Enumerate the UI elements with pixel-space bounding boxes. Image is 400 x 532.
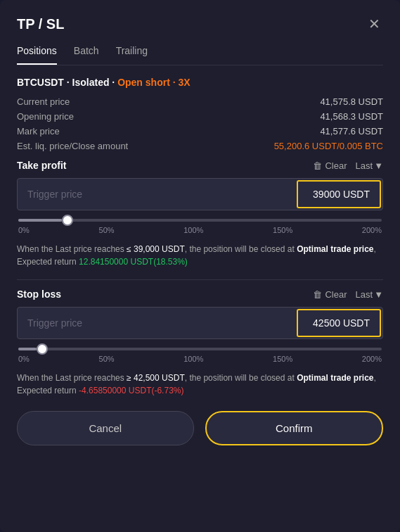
stop-loss-value[interactable]: 42500 USDT [297,309,381,337]
position-info: BTCUSDT · Isolated · Open short · 3X [17,77,383,88]
tp-condition: ≤ 39,000 USDT [127,244,185,254]
current-price-row: Current price 41,575.8 USDT [17,96,383,107]
opening-price-label: Opening price [17,111,74,122]
current-price-value: 41,575.8 USDT [320,96,383,107]
tp-return: 12.84150000 USDT(18.53%) [79,257,188,267]
stop-loss-last-label: Last [356,289,373,300]
take-profit-last-label: Last [356,160,373,171]
slider-label-100: 100% [183,226,203,234]
stop-loss-actions: 🗑 Clear Last ▼ [313,289,383,300]
chevron-down-icon: ▼ [374,160,383,171]
take-profit-slider[interactable]: 0% 50% 100% 150% 200% [17,219,383,234]
slider-label-0: 0% [18,226,30,234]
stop-loss-clear-button[interactable]: 🗑 Clear [313,289,347,300]
take-profit-value[interactable]: 39000 USDT [297,180,381,208]
stop-loss-clear-label: Clear [325,289,347,300]
mark-price-value: 41,577.6 USDT [320,126,383,137]
mark-price-label: Mark price [17,126,60,137]
opening-price-value: 41,568.3 USDT [320,111,383,122]
liq-price-value: 55,200.6 USDT/0.005 BTC [274,141,383,151]
position-leverage: 3X [178,77,190,88]
slider-label-150: 150% [273,226,292,234]
liq-price-label: Est. liq. price/Close amount [17,141,128,151]
take-profit-track [18,219,382,222]
tab-trailing[interactable]: Trailing [116,45,148,65]
tab-bar: Positions Batch Trailing [17,45,383,65]
sl-slider-label-0: 0% [18,355,30,363]
section-divider [17,279,383,280]
take-profit-input-row: Trigger price 39000 USDT [17,178,383,210]
slider-label-50: 50% [99,226,115,234]
stop-loss-slider-labels: 0% 50% 100% 150% 200% [18,355,382,363]
tp-trade-type: Optimal trade price [297,244,373,254]
take-profit-actions: 🗑 Clear Last ▼ [313,160,383,171]
slider-label-200: 200% [362,226,382,234]
take-profit-title: Take profit [17,160,67,171]
take-profit-clear-label: Clear [325,160,347,171]
sl-slider-label-150: 150% [273,355,292,363]
take-profit-slider-labels: 0% 50% 100% 150% 200% [18,226,382,234]
cancel-button[interactable]: Cancel [17,411,194,445]
take-profit-clear-button[interactable]: 🗑 Clear [313,160,347,171]
price-rows: Current price 41,575.8 USDT Opening pric… [17,96,383,151]
stop-loss-title: Stop loss [17,289,61,300]
sl-return: -4.65850000 USDT(-6.73%) [79,386,183,395]
stop-loss-track [18,348,382,350]
stop-loss-input-row: Trigger price 42500 USDT [17,307,383,339]
sl-slider-label-100: 100% [183,355,203,363]
position-symbol: BTCUSDT · [17,77,72,88]
sl-slider-label-50: 50% [99,355,115,363]
position-title: BTCUSDT · Isolated · Open short · 3X [17,77,383,88]
stop-loss-slider[interactable]: 0% 50% 100% 150% 200% [17,348,383,363]
stop-loss-thumb[interactable] [37,343,48,355]
stop-loss-fill [18,348,37,350]
take-profit-info: When the Last price reaches ≤ 39,000 USD… [17,243,383,268]
tpsl-modal: TP / SL ✕ Positions Batch Trailing BTCUS… [0,0,400,532]
take-profit-header: Take profit 🗑 Clear Last ▼ [17,160,383,171]
current-price-label: Current price [17,96,70,107]
liq-price-row: Est. liq. price/Close amount 55,200.6 US… [17,141,383,151]
tab-batch[interactable]: Batch [74,45,99,65]
take-profit-last-button[interactable]: Last ▼ [356,160,383,171]
take-profit-thumb[interactable] [62,215,73,226]
trash-icon-sl: 🗑 [313,289,322,300]
take-profit-fill [18,219,62,222]
stop-loss-last-button[interactable]: Last ▼ [356,289,383,300]
position-direction: Open short · [117,77,178,88]
stop-loss-info: When the Last price reaches ≥ 42,500 USD… [17,372,383,397]
close-button[interactable]: ✕ [366,14,383,34]
stop-loss-placeholder: Trigger price [18,309,295,337]
mark-price-row: Mark price 41,577.6 USDT [17,126,383,137]
sl-trade-type: Optimal trade price [297,373,373,383]
stop-loss-header: Stop loss 🗑 Clear Last ▼ [17,289,383,300]
modal-title: TP / SL [17,16,64,32]
modal-header: TP / SL ✕ [17,14,383,34]
take-profit-placeholder: Trigger price [18,180,295,208]
chevron-down-icon-sl: ▼ [374,289,383,300]
trash-icon: 🗑 [313,160,322,171]
tab-positions[interactable]: Positions [17,45,57,65]
confirm-button[interactable]: Confirm [205,411,384,445]
position-type: Isolated · [72,77,118,88]
opening-price-row: Opening price 41,568.3 USDT [17,111,383,122]
sl-condition: ≥ 42,500 USDT [127,373,185,383]
sl-slider-label-200: 200% [362,355,382,363]
footer-buttons: Cancel Confirm [17,411,383,445]
